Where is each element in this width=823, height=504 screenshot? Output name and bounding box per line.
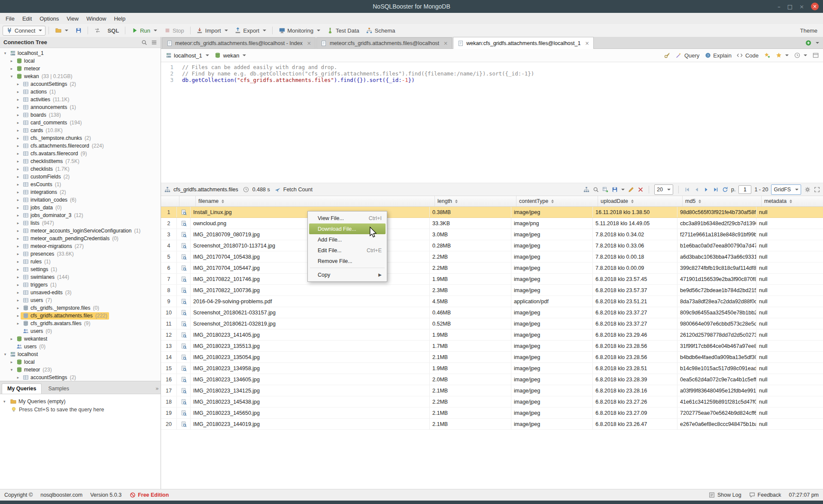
- open-file-button[interactable]: [52, 26, 71, 35]
- tree-item-boards[interactable]: ▸boards(138): [0, 111, 161, 119]
- tree-collapsed-icon[interactable]: ▸: [15, 221, 21, 225]
- tree-item-meteor[interactable]: ▾meteor(23): [0, 366, 161, 374]
- key-icon[interactable]: [664, 52, 671, 59]
- tab-my-queries[interactable]: My Queries: [2, 383, 42, 394]
- table-row-12[interactable]: 12IMG_20180223_141405.jpg1.9MBimage/jpeg…: [161, 329, 823, 341]
- schema-button[interactable]: Schema: [363, 26, 398, 35]
- table-row-17[interactable]: 17IMG_20180223_134125.jpg2.1MBimage/jpeg…: [161, 385, 823, 396]
- column-header-length[interactable]: length: [435, 196, 516, 206]
- fetch-count-button[interactable]: Fetch Count: [275, 186, 313, 193]
- view-mode-select[interactable]: GridFS: [771, 184, 801, 195]
- tree-item-jobs-dominator-3[interactable]: ▸jobs_dominator_3(12): [0, 211, 161, 219]
- first-page-icon[interactable]: [684, 186, 690, 193]
- run-button[interactable]: Run: [128, 26, 160, 35]
- minimize-icon[interactable]: –: [777, 3, 780, 10]
- tree-item-checklistitems[interactable]: ▸checklistItems(7.5K): [0, 157, 161, 165]
- table-row-19[interactable]: 19IMG_20180223_145650.jpg2.1MBimage/jpeg…: [161, 407, 823, 419]
- tree-item-cfs-gridfs-avatars-files[interactable]: ▸cfs_gridfs.avatars.files(9): [0, 320, 161, 327]
- tree-collapsed-icon[interactable]: ▸: [15, 167, 21, 171]
- query-button[interactable]: Query: [676, 52, 699, 59]
- tree-item-rules[interactable]: ▸rules(1): [0, 258, 161, 266]
- close-tab-icon[interactable]: ×: [443, 40, 448, 46]
- page-size-select[interactable]: 20: [654, 184, 673, 195]
- tree-collapsed-icon[interactable]: ▸: [15, 298, 21, 302]
- tree-collapsed-icon[interactable]: ▸: [15, 229, 21, 233]
- tree-collapsed-icon[interactable]: ▸: [15, 244, 21, 248]
- page-input[interactable]: [738, 185, 751, 194]
- menu-item-file[interactable]: File: [2, 15, 18, 22]
- tree-collapsed-icon[interactable]: ▸: [9, 66, 14, 71]
- tree-item-cfs-tempstore-chunks[interactable]: ▸cfs._tempstore.chunks(2): [0, 134, 161, 142]
- tree-collapsed-icon[interactable]: ▸: [15, 236, 21, 241]
- transfer-button[interactable]: [91, 26, 103, 35]
- tree-collapsed-icon[interactable]: ▸: [15, 105, 21, 109]
- connect-button[interactable]: Connect: [3, 26, 46, 36]
- table-row-13[interactable]: 13IMG_20180223_135513.jpg1.7MBimage/jpeg…: [161, 341, 823, 352]
- close-tab-icon[interactable]: ×: [585, 40, 589, 46]
- document-tab-wekan-cfs-gridfs-attachments-files-local[interactable]: wekan:cfs_gridfs.attachments.files@local…: [453, 37, 593, 49]
- table-row-9[interactable]: 92016-04-29-solving-problems.pdf4.5MBapp…: [161, 296, 823, 307]
- tree-collapsed-icon[interactable]: ▸: [15, 136, 21, 140]
- my-queries-root[interactable]: ▾ My Queries (empty): [3, 397, 157, 405]
- table-row-7[interactable]: 7IMG_20170822_101746.jpg1.9MBimage/jpeg6…: [161, 274, 823, 285]
- tree-collapsed-icon[interactable]: ▸: [15, 128, 21, 133]
- tree-collapsed-icon[interactable]: ▸: [15, 97, 21, 102]
- history-button[interactable]: [794, 52, 807, 59]
- query-editor[interactable]: 123 // Files can be added easily with dr…: [161, 62, 823, 183]
- tree-item-invitation-codes[interactable]: ▸invitation_codes(6): [0, 196, 161, 204]
- close-icon[interactable]: ×: [811, 3, 819, 10]
- tree-item-meteor-migrations[interactable]: ▸meteor-migrations(27): [0, 242, 161, 250]
- tree-item-accountsettings[interactable]: ▸accountSettings(2): [0, 374, 161, 381]
- tree-item-jobs-data[interactable]: ▸jobs_data(0): [0, 204, 161, 211]
- stop-button[interactable]: Stop: [161, 26, 187, 35]
- next-page-icon[interactable]: [703, 186, 709, 193]
- tree-expanded-icon[interactable]: ▾: [3, 51, 8, 55]
- tree-collapsed-icon[interactable]: ▸: [15, 213, 21, 217]
- context-menu-item-view-file[interactable]: View File...Ctrl+I: [308, 213, 387, 223]
- export-grid-icon[interactable]: [602, 186, 608, 193]
- feedback-button[interactable]: Feedback: [749, 492, 781, 498]
- discard-icon[interactable]: [637, 186, 644, 193]
- tree-item-lists[interactable]: ▸lists(947): [0, 219, 161, 227]
- tree-item-meteor-accounts-loginserviceconfiguration[interactable]: ▸meteor_accounts_loginServiceConfigurati…: [0, 227, 161, 235]
- tree-item-activities[interactable]: ▸activities(11.1K): [0, 96, 161, 103]
- menu-item-help[interactable]: Help: [110, 15, 129, 22]
- tree-collapsed-icon[interactable]: ▸: [15, 260, 21, 264]
- tree-collapsed-icon[interactable]: ▸: [15, 82, 21, 86]
- result-search-icon[interactable]: [592, 186, 599, 193]
- new-tab-icon[interactable]: [805, 39, 811, 46]
- tree-item-integrations[interactable]: ▸integrations(2): [0, 188, 161, 196]
- context-menu-item-copy[interactable]: Copy▶: [308, 269, 387, 280]
- layout-icon[interactable]: [812, 52, 819, 59]
- tree-item-triggers[interactable]: ▸triggers(1): [0, 281, 161, 289]
- tree-item-presences[interactable]: ▸presences(33.6K): [0, 250, 161, 258]
- tree-collapsed-icon[interactable]: ▸: [15, 267, 21, 272]
- restore-icon[interactable]: ×: [799, 3, 804, 10]
- tree-item-accountsettings[interactable]: ▸accountSettings(2): [0, 80, 161, 88]
- tree-item-cfs-gridfs-tempstore-files[interactable]: ▸cfs_gridfs._tempstore.files(0): [0, 304, 161, 312]
- close-tab-icon[interactable]: ×: [307, 40, 311, 46]
- menu-item-options[interactable]: Options: [36, 15, 63, 22]
- tree-collapsed-icon[interactable]: ▸: [15, 198, 21, 202]
- tree-item-meteor-oauth-pendingcredentials[interactable]: ▸meteor_oauth_pendingCredentials(0): [0, 235, 161, 242]
- table-row-6[interactable]: 6IMG_20170704_105447.jpg2.2MBimage/jpeg7…: [161, 263, 823, 274]
- sql-query-button[interactable]: SQL: [104, 26, 122, 35]
- edit-icon[interactable]: [628, 186, 634, 193]
- add-favorite-icon[interactable]: [764, 52, 770, 59]
- table-row-11[interactable]: 11Screenshot_20180621-032819.jpg0.52MBim…: [161, 318, 823, 329]
- table-row-2[interactable]: 2owncloud.png33.3KBimage/png5.11.2018 kl…: [161, 218, 823, 229]
- tree-item-cfs-gridfs-attachments-files[interactable]: ▸cfs_gridfs.attachments.files(222): [0, 312, 161, 320]
- tree-item-escounts[interactable]: ▸esCounts(1): [0, 181, 161, 188]
- tree-expanded-icon[interactable]: ▾: [3, 399, 8, 404]
- collapse-panel-icon[interactable]: »: [155, 385, 159, 392]
- tab-samples[interactable]: Samples: [43, 383, 75, 394]
- table-row-18[interactable]: 18IMG_20180223_145438.jpg2.2MBimage/jpeg…: [161, 396, 823, 407]
- maximize-icon[interactable]: □: [787, 3, 793, 10]
- tree-item-settings[interactable]: ▸settings(1): [0, 266, 161, 273]
- breadcrumb-connection[interactable]: localhost_1: [174, 52, 209, 59]
- tree-collapsed-icon[interactable]: ▸: [15, 113, 21, 117]
- theme-button[interactable]: Theme: [797, 26, 820, 35]
- tree-expanded-icon[interactable]: ▾: [9, 74, 14, 78]
- table-row-3[interactable]: 3IMG_20180709_080719.jpg3.0MBimage/jpeg7…: [161, 229, 823, 240]
- tree-collapsed-icon[interactable]: ▸: [9, 337, 14, 341]
